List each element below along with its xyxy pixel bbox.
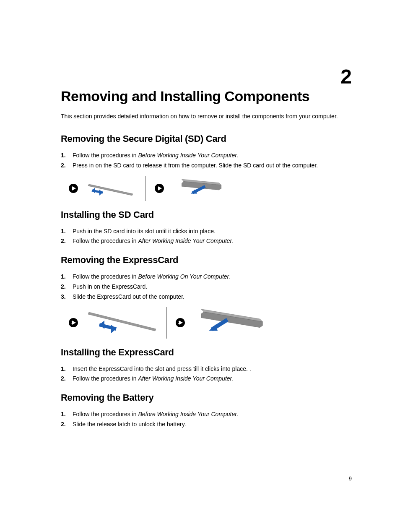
sd-card-slide-figure (173, 178, 223, 199)
document-page: 2 Removing and Installing Components Thi… (0, 0, 400, 460)
step-list: Follow the procedures in Before Working … (61, 272, 352, 302)
section-heading: Removing the Battery (61, 392, 352, 403)
reference-italic: Before Working On Your Computer (138, 273, 229, 280)
play-step-icon (154, 183, 164, 193)
figure-row-sd (68, 176, 352, 201)
step-item: Follow the procedures in Before Working … (61, 409, 352, 420)
step-item: Push in on the ExpressCard. (61, 282, 352, 292)
step-item: Follow the procedures in After Working I… (61, 374, 352, 384)
svg-marker-4 (99, 190, 103, 196)
step-item: Insert the ExpressCard into the slot and… (61, 364, 352, 374)
svg-text:1: 1 (71, 321, 73, 325)
play-step-icon: 1 (68, 318, 78, 328)
page-number: 9 (349, 475, 352, 482)
step-list: Follow the procedures in Before Working … (61, 409, 352, 430)
section-heading: Removing the ExpressCard (61, 255, 352, 266)
section-heading: Installing the ExpressCard (61, 347, 352, 358)
sd-card-press-figure (87, 178, 137, 199)
reference-italic: After Working Inside Your Computer (138, 375, 232, 382)
play-step-icon: 2 (175, 318, 185, 328)
svg-marker-15 (88, 312, 156, 331)
svg-text:2: 2 (178, 321, 180, 325)
chapter-title: Removing and Installing Components (61, 88, 352, 104)
figure-divider (166, 307, 167, 339)
figure-divider (145, 176, 146, 201)
step-list: Insert the ExpressCard into the slot and… (61, 364, 352, 384)
reference-italic: Before Working Inside Your Computer (138, 152, 237, 159)
step-list: Push in the SD card into its slot until … (61, 227, 352, 247)
step-item: Push in the SD card into its slot until … (61, 227, 352, 237)
step-item: Follow the procedures in Before Working … (61, 272, 352, 282)
step-item: Press in on the SD card to release it fr… (61, 161, 352, 171)
step-item: Slide the release latch to unlock the ba… (61, 420, 352, 430)
express-card-press-figure (87, 308, 158, 337)
section-heading: Removing the Secure Digital (SD) Card (61, 133, 352, 144)
section-heading: Installing the SD Card (61, 209, 352, 220)
chapter-intro: This section provides detailed informati… (61, 112, 352, 121)
play-step-icon (68, 183, 78, 193)
svg-marker-17 (99, 321, 104, 329)
step-item: Slide the ExpressCard out of the compute… (61, 292, 352, 302)
reference-italic: After Working Inside Your Computer (138, 237, 232, 244)
express-card-slide-figure (194, 308, 265, 337)
step-item: Follow the procedures in After Working I… (61, 236, 352, 246)
chapter-number: 2 (340, 65, 352, 88)
figure-row-express: 1 2 (68, 307, 352, 339)
svg-marker-16 (111, 325, 116, 333)
sections-container: Removing the Secure Digital (SD) CardFol… (61, 133, 352, 430)
step-item: Follow the procedures in Before Working … (61, 151, 352, 161)
svg-marker-5 (92, 188, 95, 193)
reference-italic: Before Working Inside Your Computer (138, 411, 237, 417)
step-list: Follow the procedures in Before Working … (61, 151, 352, 171)
